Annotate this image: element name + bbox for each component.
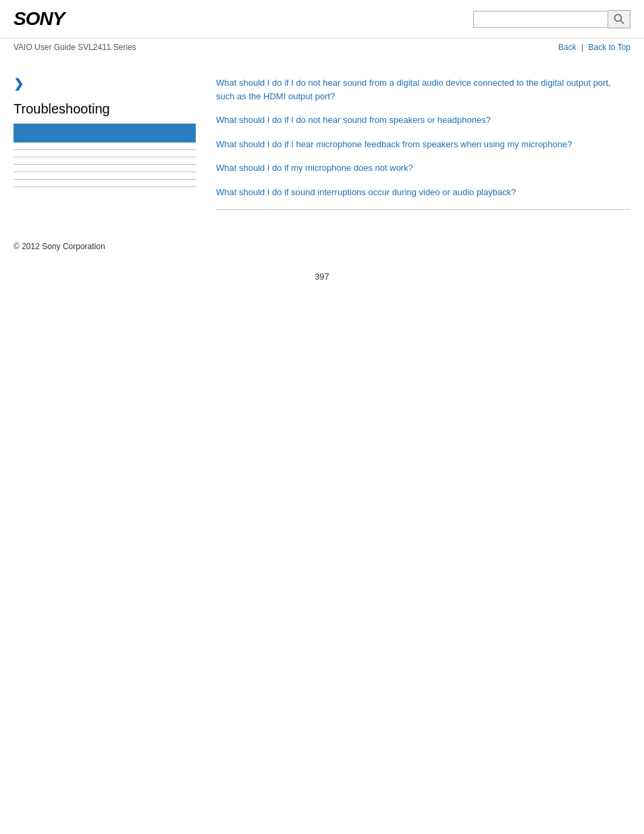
sidebar-title: Troubleshooting <box>14 101 196 117</box>
content-link-1[interactable]: What should I do if I do not hear sound … <box>216 76 630 103</box>
svg-point-0 <box>615 15 622 22</box>
search-button[interactable] <box>608 10 630 28</box>
main-content: ❯ Troubleshooting What should I do if I … <box>0 56 644 221</box>
content-link-5[interactable]: What should I do if sound interruptions … <box>216 186 630 199</box>
guide-title: VAIO User Guide SVL2411 Series <box>14 43 136 52</box>
content-divider <box>216 209 630 210</box>
page-number: 397 <box>0 258 644 295</box>
content-link-3[interactable]: What should I do if I hear microphone fe… <box>216 138 630 151</box>
content-area: What should I do if I do not hear sound … <box>209 70 630 221</box>
sidebar-divider-1 <box>14 149 196 150</box>
sidebar-divider-2 <box>14 157 196 157</box>
search-icon <box>614 14 624 24</box>
search-area <box>473 10 630 28</box>
nav-links: Back | Back to Top <box>558 43 630 52</box>
content-link-4[interactable]: What should I do if my microphone does n… <box>216 161 630 175</box>
sidebar-divider-6 <box>14 186 196 187</box>
page-header: SONY <box>0 0 644 38</box>
sidebar-divider-4 <box>14 172 196 172</box>
breadcrumb-arrow: ❯ <box>14 76 196 91</box>
sidebar-divider-3 <box>14 164 196 165</box>
back-link[interactable]: Back <box>558 43 576 52</box>
svg-line-1 <box>621 21 624 24</box>
sidebar-divider-5 <box>14 179 196 180</box>
sidebar: ❯ Troubleshooting <box>14 70 209 221</box>
copyright-text: © 2012 Sony Corporation <box>14 242 105 251</box>
sony-logo: SONY <box>14 8 64 30</box>
sub-header: VAIO User Guide SVL2411 Series Back | Ba… <box>0 38 644 56</box>
nav-separator: | <box>581 43 585 52</box>
back-to-top-link[interactable]: Back to Top <box>589 43 630 52</box>
footer: © 2012 Sony Corporation <box>0 221 644 258</box>
sidebar-active-item[interactable] <box>14 124 196 142</box>
content-link-2[interactable]: What should I do if I do not hear sound … <box>216 113 630 127</box>
search-input[interactable] <box>473 11 608 28</box>
